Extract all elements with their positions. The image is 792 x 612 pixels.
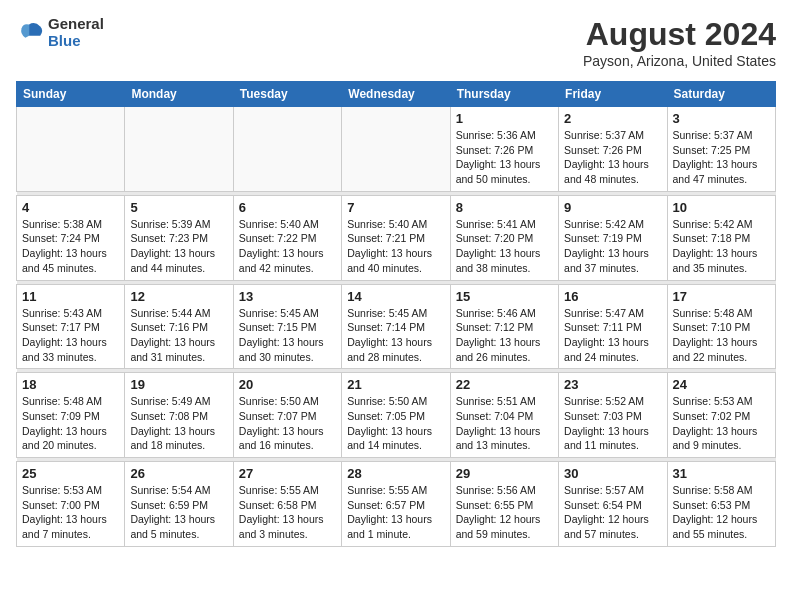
calendar-cell: 29Sunrise: 5:56 AMSunset: 6:55 PMDayligh…	[450, 462, 558, 547]
calendar-cell: 6Sunrise: 5:40 AMSunset: 7:22 PMDaylight…	[233, 195, 341, 280]
calendar-cell: 10Sunrise: 5:42 AMSunset: 7:18 PMDayligh…	[667, 195, 775, 280]
day-number: 15	[456, 289, 553, 304]
calendar-cell: 12Sunrise: 5:44 AMSunset: 7:16 PMDayligh…	[125, 284, 233, 369]
calendar-cell: 8Sunrise: 5:41 AMSunset: 7:20 PMDaylight…	[450, 195, 558, 280]
calendar-cell: 5Sunrise: 5:39 AMSunset: 7:23 PMDaylight…	[125, 195, 233, 280]
calendar-cell: 13Sunrise: 5:45 AMSunset: 7:15 PMDayligh…	[233, 284, 341, 369]
day-info: Sunrise: 5:37 AMSunset: 7:26 PMDaylight:…	[564, 128, 661, 187]
column-header-saturday: Saturday	[667, 82, 775, 107]
day-number: 25	[22, 466, 119, 481]
calendar-cell: 20Sunrise: 5:50 AMSunset: 7:07 PMDayligh…	[233, 373, 341, 458]
calendar-cell: 31Sunrise: 5:58 AMSunset: 6:53 PMDayligh…	[667, 462, 775, 547]
calendar-cell: 25Sunrise: 5:53 AMSunset: 7:00 PMDayligh…	[17, 462, 125, 547]
logo-icon	[16, 19, 44, 47]
day-number: 17	[673, 289, 770, 304]
calendar-cell: 14Sunrise: 5:45 AMSunset: 7:14 PMDayligh…	[342, 284, 450, 369]
day-number: 28	[347, 466, 444, 481]
calendar-cell: 11Sunrise: 5:43 AMSunset: 7:17 PMDayligh…	[17, 284, 125, 369]
day-info: Sunrise: 5:48 AMSunset: 7:09 PMDaylight:…	[22, 394, 119, 453]
day-info: Sunrise: 5:37 AMSunset: 7:25 PMDaylight:…	[673, 128, 770, 187]
day-number: 1	[456, 111, 553, 126]
day-number: 22	[456, 377, 553, 392]
day-number: 12	[130, 289, 227, 304]
day-number: 30	[564, 466, 661, 481]
day-number: 7	[347, 200, 444, 215]
day-number: 11	[22, 289, 119, 304]
calendar-table: SundayMondayTuesdayWednesdayThursdayFrid…	[16, 81, 776, 547]
column-header-friday: Friday	[559, 82, 667, 107]
calendar-cell	[125, 107, 233, 192]
calendar-cell: 1Sunrise: 5:36 AMSunset: 7:26 PMDaylight…	[450, 107, 558, 192]
day-number: 21	[347, 377, 444, 392]
calendar-cell: 24Sunrise: 5:53 AMSunset: 7:02 PMDayligh…	[667, 373, 775, 458]
day-info: Sunrise: 5:50 AMSunset: 7:07 PMDaylight:…	[239, 394, 336, 453]
column-header-sunday: Sunday	[17, 82, 125, 107]
logo-blue: Blue	[48, 33, 104, 50]
logo: General Blue	[16, 16, 104, 49]
day-info: Sunrise: 5:57 AMSunset: 6:54 PMDaylight:…	[564, 483, 661, 542]
day-info: Sunrise: 5:51 AMSunset: 7:04 PMDaylight:…	[456, 394, 553, 453]
day-info: Sunrise: 5:36 AMSunset: 7:26 PMDaylight:…	[456, 128, 553, 187]
location-subtitle: Payson, Arizona, United States	[583, 53, 776, 69]
calendar-week-row: 18Sunrise: 5:48 AMSunset: 7:09 PMDayligh…	[17, 373, 776, 458]
calendar-cell: 23Sunrise: 5:52 AMSunset: 7:03 PMDayligh…	[559, 373, 667, 458]
logo-general: General	[48, 16, 104, 33]
day-info: Sunrise: 5:53 AMSunset: 7:00 PMDaylight:…	[22, 483, 119, 542]
calendar-cell: 21Sunrise: 5:50 AMSunset: 7:05 PMDayligh…	[342, 373, 450, 458]
day-number: 2	[564, 111, 661, 126]
day-number: 4	[22, 200, 119, 215]
column-header-monday: Monday	[125, 82, 233, 107]
column-header-tuesday: Tuesday	[233, 82, 341, 107]
day-info: Sunrise: 5:58 AMSunset: 6:53 PMDaylight:…	[673, 483, 770, 542]
day-number: 23	[564, 377, 661, 392]
day-number: 16	[564, 289, 661, 304]
day-number: 31	[673, 466, 770, 481]
calendar-week-row: 11Sunrise: 5:43 AMSunset: 7:17 PMDayligh…	[17, 284, 776, 369]
calendar-cell: 15Sunrise: 5:46 AMSunset: 7:12 PMDayligh…	[450, 284, 558, 369]
day-info: Sunrise: 5:50 AMSunset: 7:05 PMDaylight:…	[347, 394, 444, 453]
title-block: August 2024 Payson, Arizona, United Stat…	[583, 16, 776, 69]
calendar-cell	[17, 107, 125, 192]
month-year-title: August 2024	[583, 16, 776, 53]
calendar-cell: 7Sunrise: 5:40 AMSunset: 7:21 PMDaylight…	[342, 195, 450, 280]
calendar-header-row: SundayMondayTuesdayWednesdayThursdayFrid…	[17, 82, 776, 107]
calendar-cell: 16Sunrise: 5:47 AMSunset: 7:11 PMDayligh…	[559, 284, 667, 369]
day-number: 8	[456, 200, 553, 215]
day-number: 29	[456, 466, 553, 481]
calendar-cell: 27Sunrise: 5:55 AMSunset: 6:58 PMDayligh…	[233, 462, 341, 547]
calendar-cell	[233, 107, 341, 192]
day-info: Sunrise: 5:55 AMSunset: 6:57 PMDaylight:…	[347, 483, 444, 542]
day-info: Sunrise: 5:52 AMSunset: 7:03 PMDaylight:…	[564, 394, 661, 453]
column-header-thursday: Thursday	[450, 82, 558, 107]
day-info: Sunrise: 5:56 AMSunset: 6:55 PMDaylight:…	[456, 483, 553, 542]
day-number: 9	[564, 200, 661, 215]
day-info: Sunrise: 5:42 AMSunset: 7:19 PMDaylight:…	[564, 217, 661, 276]
calendar-cell	[342, 107, 450, 192]
calendar-cell: 19Sunrise: 5:49 AMSunset: 7:08 PMDayligh…	[125, 373, 233, 458]
day-info: Sunrise: 5:43 AMSunset: 7:17 PMDaylight:…	[22, 306, 119, 365]
calendar-cell: 9Sunrise: 5:42 AMSunset: 7:19 PMDaylight…	[559, 195, 667, 280]
calendar-cell: 30Sunrise: 5:57 AMSunset: 6:54 PMDayligh…	[559, 462, 667, 547]
day-info: Sunrise: 5:38 AMSunset: 7:24 PMDaylight:…	[22, 217, 119, 276]
day-number: 27	[239, 466, 336, 481]
calendar-cell: 26Sunrise: 5:54 AMSunset: 6:59 PMDayligh…	[125, 462, 233, 547]
day-info: Sunrise: 5:40 AMSunset: 7:21 PMDaylight:…	[347, 217, 444, 276]
day-info: Sunrise: 5:55 AMSunset: 6:58 PMDaylight:…	[239, 483, 336, 542]
day-info: Sunrise: 5:44 AMSunset: 7:16 PMDaylight:…	[130, 306, 227, 365]
day-number: 26	[130, 466, 227, 481]
calendar-week-row: 1Sunrise: 5:36 AMSunset: 7:26 PMDaylight…	[17, 107, 776, 192]
day-info: Sunrise: 5:45 AMSunset: 7:14 PMDaylight:…	[347, 306, 444, 365]
calendar-cell: 17Sunrise: 5:48 AMSunset: 7:10 PMDayligh…	[667, 284, 775, 369]
day-info: Sunrise: 5:47 AMSunset: 7:11 PMDaylight:…	[564, 306, 661, 365]
day-info: Sunrise: 5:45 AMSunset: 7:15 PMDaylight:…	[239, 306, 336, 365]
day-number: 18	[22, 377, 119, 392]
calendar-week-row: 4Sunrise: 5:38 AMSunset: 7:24 PMDaylight…	[17, 195, 776, 280]
day-info: Sunrise: 5:54 AMSunset: 6:59 PMDaylight:…	[130, 483, 227, 542]
day-number: 20	[239, 377, 336, 392]
calendar-cell: 4Sunrise: 5:38 AMSunset: 7:24 PMDaylight…	[17, 195, 125, 280]
calendar-week-row: 25Sunrise: 5:53 AMSunset: 7:00 PMDayligh…	[17, 462, 776, 547]
day-info: Sunrise: 5:49 AMSunset: 7:08 PMDaylight:…	[130, 394, 227, 453]
day-info: Sunrise: 5:42 AMSunset: 7:18 PMDaylight:…	[673, 217, 770, 276]
logo-text: General Blue	[48, 16, 104, 49]
day-number: 24	[673, 377, 770, 392]
